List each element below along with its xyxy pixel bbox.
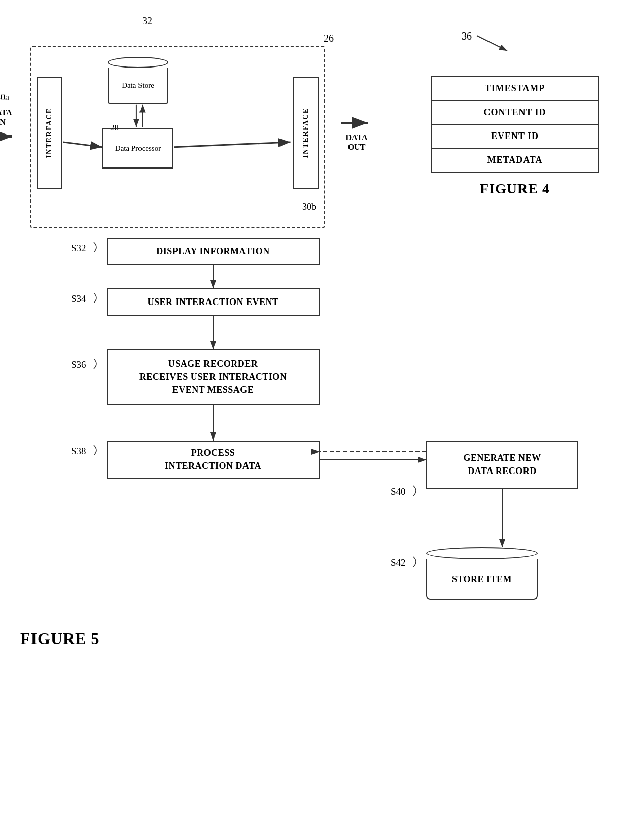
- step-s34-box: USER INTERACTION EVENT: [107, 288, 320, 316]
- event-id-cell: EVENT ID: [432, 124, 598, 148]
- dp-label: Data Processor: [115, 143, 161, 154]
- figure5-container: S32 DISPLAY INFORMATION S34 USER INTERAC…: [20, 233, 609, 648]
- step-s40-ref: S40: [391, 486, 406, 497]
- figure3-diagram: 26 30a DATA IN INTERFACE: [30, 46, 325, 228]
- right-interface-box: INTERFACE: [293, 77, 319, 189]
- figure4-table: TIMESTAMP CONTENT ID EVENT ID METADATA: [431, 76, 599, 173]
- figure4-container: 36 TIMESTAMP CONTENT ID EVENT ID: [431, 30, 599, 197]
- step-s42-cylinder: STORE ITEM: [426, 547, 538, 600]
- step-s42-label: STORE ITEM: [452, 574, 512, 585]
- ref-28: 28: [110, 123, 119, 133]
- page: 32 26 30a DATA IN: [0, 0, 629, 840]
- svg-line-6: [63, 142, 102, 147]
- data-in-label: DATA IN: [0, 108, 16, 144]
- data-processor-box: Data Processor: [102, 128, 173, 169]
- step-s40-box: GENERATE NEW DATA RECORD: [426, 441, 578, 489]
- ref-32: 32: [142, 15, 152, 27]
- ref-26: 26: [324, 32, 334, 44]
- ref-30a: 30a: [0, 92, 9, 103]
- step-s32-box: DISPLAY INFORMATION: [107, 238, 320, 265]
- step-s32-label: DISPLAY INFORMATION: [156, 245, 269, 258]
- step-s38-box: PROCESS INTERACTION DATA: [107, 441, 320, 479]
- step-s42-ref: S42: [391, 557, 406, 568]
- timestamp-row: TIMESTAMP: [432, 77, 598, 100]
- svg-line-11: [477, 36, 507, 51]
- left-interface-box: INTERFACE: [37, 77, 62, 189]
- metadata-row: METADATA: [432, 148, 598, 172]
- content-id-cell: CONTENT ID: [432, 100, 598, 124]
- step-s34-label: USER INTERACTION EVENT: [147, 296, 278, 309]
- figure4-label: FIGURE 4: [431, 181, 599, 197]
- data-out-label: DATA OUT: [341, 115, 372, 152]
- step-s36-box: USAGE RECORDER RECEIVES USER INTERACTION…: [107, 349, 320, 405]
- content-id-row: CONTENT ID: [432, 100, 598, 124]
- step-s36-ref: S36: [71, 359, 86, 371]
- timestamp-cell: TIMESTAMP: [432, 77, 598, 100]
- step-s36-label: USAGE RECORDER RECEIVES USER INTERACTION…: [139, 358, 287, 396]
- step-s38-label: PROCESS INTERACTION DATA: [165, 447, 261, 472]
- svg-line-9: [174, 142, 290, 147]
- step-s32-ref: S32: [71, 243, 86, 254]
- step-s40-label: GENERATE NEW DATA RECORD: [463, 452, 541, 477]
- step-s38-ref: S38: [71, 446, 86, 457]
- figure3-container: 32 26 30a DATA IN: [30, 15, 325, 251]
- data-store: Data Store: [108, 57, 168, 104]
- flowchart: S32 DISPLAY INFORMATION S34 USER INTERAC…: [20, 233, 609, 792]
- step-s34-ref: S34: [71, 293, 86, 305]
- ref-30b: 30b: [302, 201, 316, 212]
- event-id-row: EVENT ID: [432, 124, 598, 148]
- metadata-cell: METADATA: [432, 148, 598, 172]
